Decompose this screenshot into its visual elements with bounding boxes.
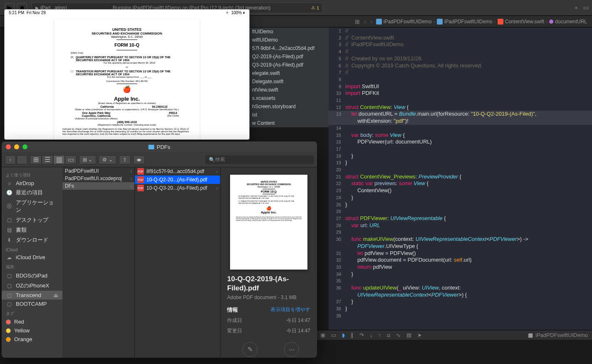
breakpoint-icon[interactable]: ◗ [342,332,345,338]
step-in-icon[interactable]: ↓ [370,332,373,338]
action-button[interactable]: ⚙ ⌄ [99,155,116,164]
column-1[interactable]: PadPDFswiftUI›PadPDFswiftUI.xcodeproj›DF… [62,167,135,358]
list-view[interactable]: ☰ [42,155,53,164]
debug-target[interactable]: ▦ iPadPDFswiftUIDemo [528,332,588,338]
window-title: PDFs [149,144,171,150]
nav-item[interactable]: elegate.swift [250,69,329,77]
nav-item[interactable]: hScreen.storyboard [250,102,329,111]
column-item[interactable]: PDF10-Q-Q3-20...(As-Filed).pdf› [135,184,220,192]
ipad-simulator[interactable]: 5:21 PM Fri Nov 29 ᯤ 100% ▮ UNITED STATE… [4,9,250,140]
location-icon[interactable]: ➤ [417,332,422,338]
preview-thumbnail: UNITED STATES SECURITIES AND EXCHANGE CO… [230,175,307,270]
step-out-icon[interactable]: ↑ [379,332,381,338]
column-item[interactable]: PDF8f91c57f-9d...acc05d4.pdf› [135,167,220,176]
nav-item[interactable]: ftUIDemo [250,27,329,36]
grid-icon[interactable]: ⊞ [355,18,360,25]
nav-item[interactable]: Delegate.swift [250,77,329,86]
finder-toolbar: ‹ › ⊞ ☰ ▥ ▭ ⊞ ⌄ ⚙ ⌄ ⇪ ⬬ 🔍 検索 [2,152,317,167]
preview-pane: UNITED STATES SECURITIES AND EXCHANGE CO… [220,167,317,358]
sidebar-item[interactable]: ▢OZのiPhoneX [2,281,62,291]
show-more-link[interactable]: 表示項目を増やす [270,306,310,314]
var-view-icon[interactable]: ▣ [320,332,325,338]
finder-sidebar: よく使う項目⌽AirDrop🕑最近の項目Ⓐアプリケーション▢デスクトップ▤書類⬇… [2,167,62,358]
column-2[interactable]: PDF8f91c57f-9d...acc05d4.pdf›PDF10-Q-Q2-… [135,167,220,358]
sidebar-item[interactable]: ▢BOOTCAMP [2,300,62,308]
column-item[interactable]: PadPDFswiftUI› [62,167,134,175]
finder-window: PDFs ‹ › ⊞ ☰ ▥ ▭ ⊞ ⌄ ⚙ ⌄ ⇪ ⬬ 🔍 検索 よく使う項目… [2,141,317,358]
code-editor[interactable]: 1//2// ContentView.swift3// iPadPDFswift… [329,27,592,339]
tag-button[interactable]: ⬬ [133,155,145,164]
back-button[interactable]: ‹ [5,155,16,164]
column-item[interactable]: PDF10-Q-Q2-20...(As-Filed).pdf [135,176,220,184]
gallery-view[interactable]: ▭ [65,155,77,164]
warnings-badge[interactable]: ⚠ 1 [311,5,319,10]
nav-item[interactable]: s.xcassets [250,94,329,102]
back-icon[interactable]: ‹ [364,18,366,25]
memory-icon[interactable]: ∿ [396,332,401,338]
minimize-icon[interactable] [14,144,19,149]
view-segmented[interactable]: ⊞ ☰ ▥ ▭ [30,155,77,164]
preview-filename: 10-Q-Q2-2019-(As-Filed).pdf [227,275,310,293]
nav-item[interactable]: Q3-2019-(As-Filed).pdf [250,61,329,69]
continue-icon[interactable]: ‖ [351,332,354,338]
sidebar-item[interactable]: Red [2,317,62,326]
step-over-icon[interactable]: ↷ [359,332,364,338]
sidebar-item[interactable]: Yellow [2,326,62,335]
column-item[interactable]: DFs› [62,182,134,190]
sidebar-item[interactable]: ☁iCloud Drive [2,253,62,262]
markup-button[interactable]: ✎マークアップ [238,342,263,358]
nav-item[interactable]: wiftUIDemo [250,36,329,44]
zoom-icon[interactable] [22,144,27,149]
icon-view[interactable]: ⊞ [30,155,42,164]
column-item[interactable]: PadPDFswiftUI.xcodeproj› [62,175,134,182]
group-button[interactable]: ⊞ ⌄ [79,155,96,164]
sidebar-item[interactable]: ▢Transcend⏏ [2,291,62,300]
nav-item[interactable]: 57f-9dbf-4...2e2acc05d4.pdf [250,44,329,52]
env-icon[interactable]: ▤ [406,332,411,338]
forward-button[interactable]: › [17,155,27,164]
share-button[interactable]: ⇪ [119,155,131,164]
search-input[interactable]: 🔍 検索 [206,155,314,164]
project-navigator[interactable]: ftUIDemowiftUIDemo57f-9dbf-4...2e2acc05d… [250,27,329,127]
more-button[interactable]: ⋯その他... [284,342,300,358]
forward-icon[interactable]: › [370,18,372,25]
sidebar-item[interactable]: 🕑最近の項目 [2,188,62,198]
pdf-content: UNITED STATES SECURITIES AND EXCHANGE CO… [54,19,200,140]
console-icon[interactable]: ▭ [331,332,336,338]
breadcrumb[interactable]: iPadPDFswiftUIDemo› iPadPDFswiftUIDemo› … [374,19,589,25]
sidebar-item[interactable]: Ⓐアプリケーション [2,198,62,215]
view-debug-icon[interactable]: ⧈ [387,332,390,339]
folder-icon [149,145,154,149]
debug-bar: ▣ ▭ ◗ ‖ ↷ ↓ ↑ ⧈ ∿ ▤ ➤ ▦ iPadPDFswiftUIDe… [316,330,592,340]
sidebar-item[interactable]: ▢デスクトップ [2,215,62,225]
nav-item[interactable]: Q2-2019-(As-Filed).pdf [250,52,329,61]
preview-subtitle: Adobe PDF document - 3.1 MB [227,295,310,300]
add-button[interactable]: ＋ [573,4,579,12]
nav-item[interactable]: ntView.swift [250,86,329,94]
sidebar-item[interactable]: ⬇ダウンロード [2,235,62,245]
library-button[interactable]: ▭ [583,4,589,12]
sidebar-item[interactable]: ⌽AirDrop [2,179,62,188]
close-icon[interactable] [6,144,11,149]
info-label: 情報 [227,306,238,314]
column-view[interactable]: ▥ [53,155,65,164]
nav-item[interactable]: w Content [250,119,329,127]
sidebar-item[interactable]: Orange [2,335,62,344]
sidebar-item[interactable]: ▤書類 [2,225,62,235]
simulator-status-bar: 5:21 PM Fri Nov 29 ᯤ 100% ▮ [5,10,249,16]
sidebar-item[interactable]: ▢BDOSのiPad [2,271,62,281]
nav-item[interactable]: ist [250,111,329,119]
finder-titlebar[interactable]: PDFs [2,141,317,152]
